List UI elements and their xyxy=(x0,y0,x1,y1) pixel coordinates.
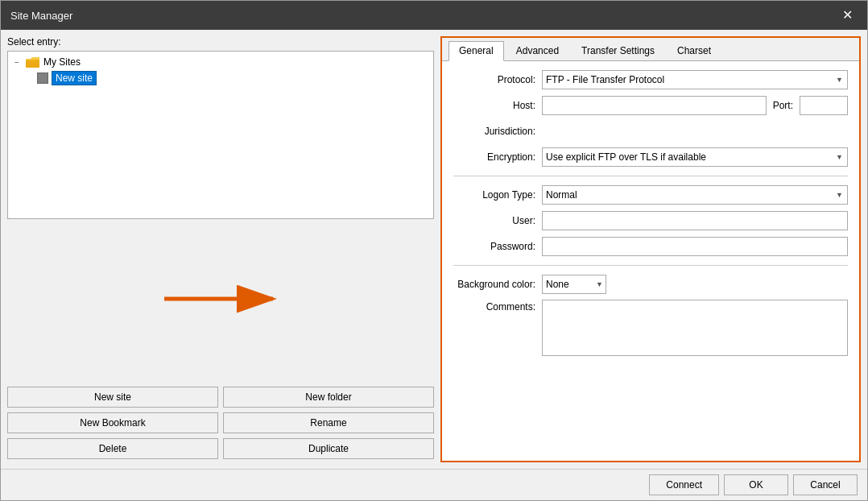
tab-advanced[interactable]: Advanced xyxy=(506,41,569,60)
password-input[interactable] xyxy=(542,237,848,256)
separator-1 xyxy=(453,176,848,176)
tab-content-general: Protocol: FTP - File Transfer Protocol H… xyxy=(442,61,859,461)
protocol-row: Protocol: FTP - File Transfer Protocol xyxy=(453,69,848,90)
expand-icon: − xyxy=(14,58,26,67)
host-input[interactable] xyxy=(542,96,767,115)
right-panel: General Advanced Transfer Settings Chars… xyxy=(440,36,861,462)
arrow-area xyxy=(7,219,434,379)
host-port-group: Port: xyxy=(542,96,848,115)
encryption-select-wrapper: Use explicit FTP over TLS if available xyxy=(542,147,848,167)
logon-type-row: Logon Type: Normal xyxy=(453,184,848,205)
tab-charset[interactable]: Charset xyxy=(667,41,721,60)
encryption-select[interactable]: Use explicit FTP over TLS if available xyxy=(542,147,848,167)
connect-button[interactable]: Connect xyxy=(649,474,719,495)
comments-label: Comments: xyxy=(453,301,542,313)
user-input[interactable] xyxy=(542,211,848,230)
dialog-body: Select entry: − My Sites xyxy=(1,30,867,469)
host-label: Host: xyxy=(453,100,542,111)
svg-rect-1 xyxy=(26,60,39,68)
password-label: Password: xyxy=(453,241,542,252)
ok-button[interactable]: OK xyxy=(724,474,788,495)
rename-button[interactable]: Rename xyxy=(223,412,434,433)
jurisdiction-row: Jurisdiction: xyxy=(453,121,848,142)
user-row: User: xyxy=(453,210,848,231)
port-input[interactable] xyxy=(800,96,848,115)
title-bar: Site Manager ✕ xyxy=(1,1,867,30)
tree-item-new-site[interactable]: New site xyxy=(34,69,430,87)
delete-button[interactable]: Delete xyxy=(7,438,218,459)
close-button[interactable]: ✕ xyxy=(837,7,858,23)
encryption-label: Encryption: xyxy=(453,151,542,163)
site-manager-dialog: Site Manager ✕ Select entry: − xyxy=(0,0,868,501)
protocol-select[interactable]: FTP - File Transfer Protocol xyxy=(542,70,848,89)
bg-color-select[interactable]: None xyxy=(542,275,606,294)
new-bookmark-button[interactable]: New Bookmark xyxy=(7,412,218,433)
folder-icon xyxy=(26,56,40,68)
logon-type-select[interactable]: Normal xyxy=(542,185,848,205)
comments-row: Comments: xyxy=(453,300,848,356)
jurisdiction-label: Jurisdiction: xyxy=(453,126,542,137)
logon-type-label: Logon Type: xyxy=(453,189,542,201)
tabs: General Advanced Transfer Settings Chars… xyxy=(442,38,859,61)
arrow-icon xyxy=(156,275,285,323)
tab-transfer-settings[interactable]: Transfer Settings xyxy=(571,41,665,60)
protocol-select-wrapper: FTP - File Transfer Protocol xyxy=(542,70,848,89)
port-label: Port: xyxy=(773,100,793,111)
new-site-label[interactable]: New site xyxy=(52,71,97,85)
my-sites-label: My Sites xyxy=(43,56,81,68)
new-site-button[interactable]: New site xyxy=(7,387,218,408)
duplicate-button[interactable]: Duplicate xyxy=(223,438,434,459)
dialog-title: Site Manager xyxy=(10,10,72,22)
site-entry-icon xyxy=(37,72,48,84)
tree-child: New site xyxy=(34,69,430,87)
tree-area[interactable]: − My Sites New site xyxy=(7,51,434,219)
protocol-label: Protocol: xyxy=(453,74,542,85)
host-port-row: Host: Port: xyxy=(453,95,848,116)
cancel-button[interactable]: Cancel xyxy=(793,474,858,495)
password-row: Password: xyxy=(453,236,848,257)
bg-color-select-wrapper: None xyxy=(542,275,606,294)
left-panel: Select entry: − My Sites xyxy=(7,36,434,462)
tab-general[interactable]: General xyxy=(448,41,504,61)
bg-color-row: Background color: None xyxy=(453,274,848,295)
separator-2 xyxy=(453,265,848,266)
user-label: User: xyxy=(453,215,542,226)
new-folder-button[interactable]: New folder xyxy=(223,387,434,408)
tree-root: − My Sites New site xyxy=(11,55,430,87)
select-entry-label: Select entry: xyxy=(7,36,434,48)
tree-item-my-sites[interactable]: − My Sites xyxy=(11,55,430,69)
bottom-bar: Connect OK Cancel xyxy=(1,469,867,500)
comments-textarea[interactable] xyxy=(542,300,848,356)
encryption-row: Encryption: Use explicit FTP over TLS if… xyxy=(453,147,848,168)
bottom-buttons: New site New folder New Bookmark Rename … xyxy=(7,383,434,462)
logon-type-select-wrapper: Normal xyxy=(542,185,848,205)
bg-color-label: Background color: xyxy=(453,279,542,290)
